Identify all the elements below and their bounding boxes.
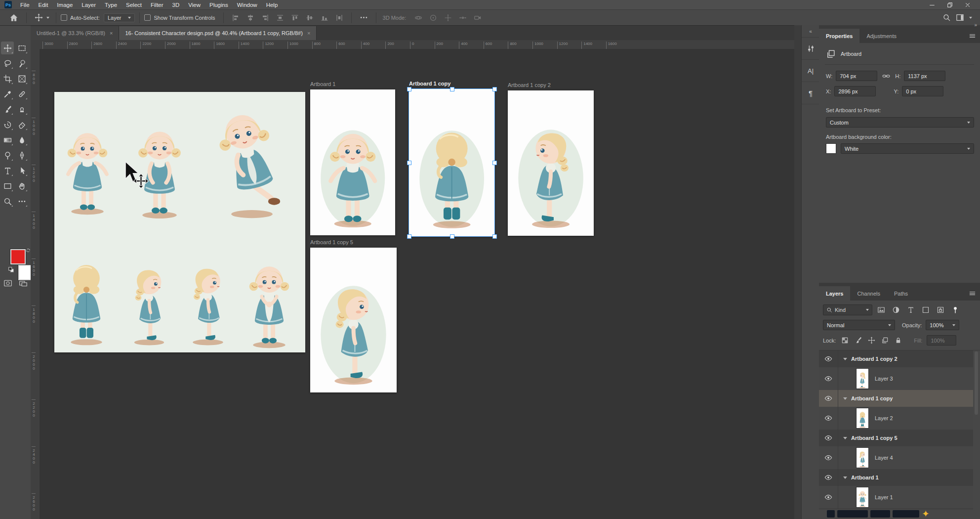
- layer-thumbnail[interactable]: [856, 408, 869, 429]
- properties-panel-icon[interactable]: [802, 38, 819, 60]
- menu-layer[interactable]: Layer: [77, 2, 100, 8]
- close-tab-icon[interactable]: ×: [110, 30, 113, 36]
- ruler-origin-corner[interactable]: [31, 40, 40, 49]
- visibility-eye-icon[interactable]: [819, 486, 838, 509]
- menu-view[interactable]: View: [184, 2, 205, 8]
- menu-3d[interactable]: 3D: [168, 2, 184, 8]
- visibility-eye-icon[interactable]: [819, 430, 838, 446]
- artboard-artboard-1-copy-5[interactable]: [310, 248, 397, 392]
- edit-toolbar[interactable]: [15, 195, 28, 208]
- opacity-dropdown[interactable]: 100%: [926, 320, 959, 330]
- width-field[interactable]: 704 px: [836, 71, 877, 81]
- path-selection-tool[interactable]: [15, 164, 28, 177]
- artboard-row-artboard-1-copy-5[interactable]: Artboard 1 copy 5: [819, 430, 973, 447]
- distribute-verticals-icon[interactable]: [332, 14, 347, 22]
- eraser-tool[interactable]: [15, 118, 28, 131]
- filter-shape-layers-icon[interactable]: [920, 306, 932, 314]
- layer-thumbnail[interactable]: [856, 487, 869, 508]
- visibility-eye-icon[interactable]: [819, 446, 838, 469]
- blur-tool[interactable]: [15, 133, 28, 146]
- y-field[interactable]: 0 px: [902, 86, 943, 96]
- menu-edit[interactable]: Edit: [34, 2, 53, 8]
- quick-mask-icon[interactable]: [3, 279, 12, 288]
- visibility-eye-icon[interactable]: [819, 390, 838, 407]
- layer-row-layer-4[interactable]: Layer 4: [819, 446, 973, 470]
- distribute-horizontals-icon[interactable]: [273, 14, 287, 22]
- menu-help[interactable]: Help: [262, 2, 283, 8]
- artboard-bg-swatch[interactable]: [826, 143, 836, 154]
- layer-row-layer-2[interactable]: Layer 2: [819, 407, 973, 430]
- filter-smart-objects-icon[interactable]: [935, 306, 946, 314]
- align-vertical-centers-icon[interactable]: [302, 14, 317, 22]
- lock-transparency-icon[interactable]: [840, 337, 849, 344]
- transform-handle[interactable]: [450, 87, 454, 91]
- artboard-artboard-1[interactable]: [310, 89, 395, 235]
- menu-filter[interactable]: Filter: [146, 2, 168, 8]
- home-icon[interactable]: [6, 13, 22, 22]
- menu-image[interactable]: Image: [52, 2, 77, 8]
- artboard-bg-dropdown[interactable]: White: [841, 143, 974, 154]
- visibility-eye-icon[interactable]: [819, 469, 838, 486]
- expand-chevron-icon[interactable]: [843, 358, 847, 360]
- collapse-panels-icon[interactable]: «: [802, 25, 819, 38]
- dock-divider[interactable]: [794, 25, 801, 519]
- panel-menu-icon[interactable]: [969, 32, 976, 40]
- layer-filter-dropdown[interactable]: Kind: [823, 304, 872, 315]
- artboard-label[interactable]: Artboard 1 copy: [409, 81, 450, 86]
- crop-tool[interactable]: [1, 72, 14, 85]
- lock-position-icon[interactable]: [867, 337, 876, 344]
- menu-plugins[interactable]: Plugins: [205, 2, 233, 8]
- rectangle-tool[interactable]: [1, 179, 14, 192]
- align-left-edges-icon[interactable]: [228, 14, 243, 22]
- chevron-down-icon[interactable]: [969, 17, 972, 19]
- close-tab-icon[interactable]: ×: [307, 30, 310, 36]
- visibility-eye-icon[interactable]: [819, 350, 838, 367]
- pen-tool[interactable]: [15, 149, 28, 162]
- spot-healing-brush-tool[interactable]: [15, 87, 28, 100]
- move-tool-option-icon[interactable]: [31, 13, 46, 22]
- 3d-orbit-tool-icon[interactable]: [411, 14, 426, 22]
- 3d-slide-tool-icon[interactable]: [455, 14, 470, 22]
- foreground-color-swatch[interactable]: [10, 249, 26, 264]
- expand-chevron-icon[interactable]: [843, 437, 847, 439]
- artboard-row-artboard-1-copy[interactable]: Artboard 1 copy: [819, 390, 973, 407]
- search-icon[interactable]: [942, 13, 951, 22]
- auto-select-checkbox[interactable]: [61, 14, 67, 21]
- x-field[interactable]: 2896 px: [834, 86, 876, 96]
- dodge-tool[interactable]: [1, 149, 14, 162]
- tab-paths[interactable]: Paths: [887, 286, 915, 301]
- artboard-row-artboard-1[interactable]: Artboard 1: [819, 469, 973, 486]
- type-tool[interactable]: [1, 164, 14, 177]
- layer-thumbnail[interactable]: [856, 447, 869, 468]
- paragraph-panel-icon[interactable]: ¶: [802, 82, 819, 104]
- transform-handle[interactable]: [492, 234, 497, 239]
- artboard-artboard-1-copy[interactable]: [409, 89, 494, 236]
- align-right-edges-icon[interactable]: [258, 14, 273, 22]
- filter-type-layers-icon[interactable]: [905, 306, 917, 314]
- screen-mode-icon[interactable]: [19, 279, 28, 288]
- align-horizontal-centers-icon[interactable]: [243, 14, 258, 22]
- artboard-label[interactable]: Artboard 1 copy 2: [508, 82, 551, 88]
- 3d-roll-tool-icon[interactable]: [426, 14, 441, 22]
- default-colors-icon[interactable]: [8, 266, 15, 273]
- canvas-pasteboard[interactable]: Artboard 1Artboard 1 copyArtboard 1 copy…: [40, 49, 794, 519]
- zoom-tool[interactable]: [1, 195, 14, 208]
- hand-tool[interactable]: [15, 179, 28, 192]
- frame-tool[interactable]: [15, 72, 28, 85]
- tab-properties[interactable]: Properties: [819, 29, 859, 43]
- document-tab-2[interactable]: 16- Consistent Character design.psd @ 40…: [119, 26, 317, 40]
- transform-handle[interactable]: [450, 234, 454, 239]
- gradient-tool[interactable]: [1, 133, 14, 146]
- artboard-artboard-1-copy-2[interactable]: [508, 90, 594, 236]
- layer-thumbnail[interactable]: [856, 368, 869, 389]
- transform-handle[interactable]: [492, 87, 497, 91]
- history-brush-tool[interactable]: [1, 118, 14, 131]
- blend-mode-dropdown[interactable]: Normal: [823, 320, 895, 330]
- visibility-eye-icon[interactable]: [819, 367, 838, 390]
- character-panel-icon[interactable]: A|: [802, 60, 819, 82]
- auto-select-target-dropdown[interactable]: Layer: [104, 13, 135, 22]
- preset-dropdown[interactable]: Custom: [826, 117, 974, 128]
- tab-layers[interactable]: Layers: [819, 286, 850, 301]
- lock-all-icon[interactable]: [894, 337, 902, 344]
- artboard-row-artboard-1-copy-2[interactable]: Artboard 1 copy 2: [819, 350, 973, 368]
